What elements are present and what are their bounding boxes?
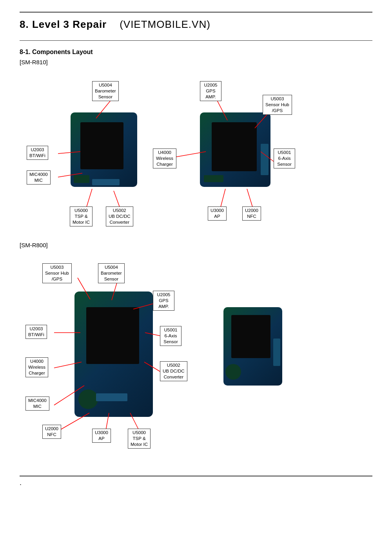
header: 8. Level 3 Repair (VIETMOBILE.VN) — [20, 12, 372, 31]
r810-right-board — [200, 112, 270, 187]
model-r800-label: [SM-R800] — [20, 242, 372, 248]
r800-u4000-label: U4000WirelessCharger — [25, 357, 48, 377]
r800-u2003-label: U2003BT/WiFi — [25, 325, 47, 339]
r800-svg — [20, 256, 372, 460]
page-title: 8. Level 3 Repair (VIETMOBILE.VN) — [20, 18, 372, 31]
header-divider — [20, 40, 372, 41]
r810-u5002-label: U5002UB DC/DCConverter — [106, 206, 133, 226]
r800-u2005-label: U2005GPSAMP. — [153, 291, 174, 311]
r810-u3000-label: U3000AP — [208, 206, 227, 221]
r800-secondary-board — [223, 307, 282, 386]
r800-u5004-label: U5004BarometerSensor — [98, 263, 125, 283]
r810-u5003-label: U5003Sensor Hub/GPS — [263, 95, 292, 115]
r800-u5003-label: U5003Sensor Hub/GPS — [42, 263, 72, 283]
r810-u5000-label: U5000TSP &Motor IC — [70, 206, 93, 226]
diagram-r810: U5004BarometerSensor U2003BT/WiFi MIC400… — [20, 73, 372, 238]
r800-u5001-label: U50016-AxisSensor — [160, 326, 181, 346]
r810-u5004-label: U5004BarometerSensor — [92, 81, 119, 101]
r810-u2003-label: U2003BT/WiFi — [27, 146, 48, 160]
r800-main-board — [74, 291, 153, 417]
r810-mic4000-label: MIC4000MIC — [27, 170, 51, 185]
r800-mic4000-label: MIC4000MIC — [25, 396, 49, 411]
r800-u3000-label: U3000AP — [92, 429, 111, 443]
r810-u5001-label: U50016-AxisSensor — [274, 148, 295, 168]
page-container: 8. Level 3 Repair (VIETMOBILE.VN) 8-1. C… — [0, 0, 392, 499]
r810-u2000-label: U2000NFC — [242, 206, 261, 221]
section-title: 8-1. Components Layout — [20, 49, 372, 56]
diagram-r800: U5003Sensor Hub/GPS U5004BarometerSensor… — [20, 256, 372, 460]
r800-u5002-label: U5002UB DC/DCConverter — [160, 361, 187, 381]
footer-dot: . — [20, 479, 22, 487]
footer: . — [20, 476, 372, 487]
r800-u5000-label: U5000TSP &Motor IC — [128, 429, 151, 449]
r810-u2005-label: U2005GPSAMP. — [200, 81, 221, 101]
model-r810-label: [SM-R810] — [20, 59, 372, 65]
r810-u4000-label: U4000WirelessCharger — [153, 148, 176, 168]
r810-left-board — [71, 112, 137, 187]
r800-u2000-label: U2000NFC — [42, 425, 61, 439]
